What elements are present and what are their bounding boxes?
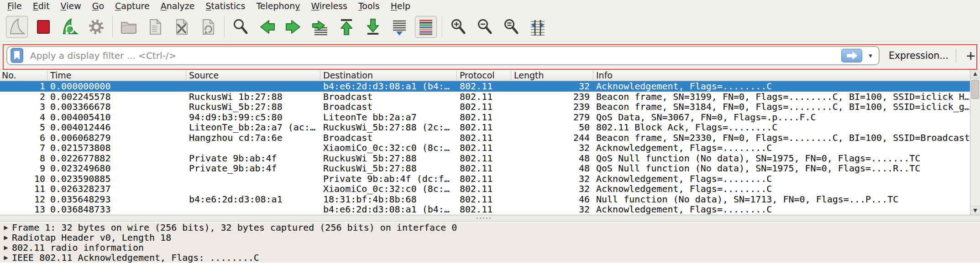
column-divider[interactable]: [47, 70, 47, 80]
display-filter-input[interactable]: Apply a display filter ... <Ctrl-/> ▾: [6, 46, 880, 65]
column-header-no[interactable]: No.: [2, 70, 44, 81]
cell-info: Beacon frame, SN=3199, FN=0, Flags=.....…: [596, 92, 969, 102]
cell-info: Acknowledgement, Flags=........C: [596, 184, 969, 194]
packet-row-7[interactable]: 70.021573808XiaomiCo_0c:32:c0 (8c:…802.1…: [0, 143, 970, 153]
packet-row-1[interactable]: 10.000000000b4:e6:2d:d3:08:a1 (b4:…802.1…: [0, 81, 970, 92]
next-packet-button[interactable]: [283, 16, 304, 38]
cell-protocol: 802.11: [460, 133, 510, 143]
cell-destination: b4:e6:2d:d3:08:a1 (b4:…: [323, 81, 456, 92]
cell-destination: XiaomiCo_0c:32:c0 (8c:…: [323, 184, 456, 194]
menu-statistics[interactable]: Statistics: [200, 0, 251, 12]
collapsed-triangle-icon[interactable]: ▶: [0, 244, 12, 251]
menu-go[interactable]: Go: [87, 0, 110, 12]
auto-scroll-button[interactable]: [388, 16, 410, 38]
zoom-in-button[interactable]: [447, 16, 469, 38]
find-packet-button[interactable]: [230, 16, 252, 38]
cell-protocol: 802.11: [460, 122, 510, 133]
zoom-out-button[interactable]: [474, 16, 496, 38]
vertical-scrollbar[interactable]: ▲ ▼: [970, 69, 980, 215]
previous-packet-button[interactable]: [256, 16, 278, 38]
resize-columns-icon: [529, 18, 547, 36]
cell-length: 32: [511, 204, 590, 215]
packet-row-6[interactable]: 60.006068279Hangzhou_cd:7a:6eBroadcast80…: [0, 133, 970, 143]
bookmark-icon: [10, 48, 23, 63]
add-filter-button[interactable]: +: [964, 48, 978, 62]
restart-capture-button[interactable]: [59, 16, 81, 38]
cell-source: Private_9b:ab:4f: [189, 153, 319, 164]
column-divider[interactable]: [511, 70, 511, 80]
packet-row-10[interactable]: 100.023590885Private_9b:ab:4f (dc:f…802.…: [0, 174, 970, 184]
cell-time: 0.004012446: [50, 122, 185, 133]
packet-row-13[interactable]: 130.036848733b4:e6:2d:d3:08:a1 (b4:…802.…: [0, 204, 970, 215]
colorize-packets-button[interactable]: [415, 16, 437, 38]
menu-capture[interactable]: Capture: [110, 0, 155, 12]
cell-length: 32: [511, 143, 590, 153]
zoom-reset-button[interactable]: [500, 16, 522, 38]
menu-wireless[interactable]: Wireless: [305, 0, 353, 12]
cell-protocol: 802.11: [460, 163, 510, 174]
last-packet-button[interactable]: [362, 16, 384, 38]
column-divider[interactable]: [320, 70, 320, 80]
packet-row-3[interactable]: 30.003366678RuckusWi_5b:27:88Broadcast80…: [0, 102, 970, 112]
collapsed-triangle-icon[interactable]: ▶: [0, 234, 12, 241]
filter-history-caret[interactable]: ▾: [864, 52, 877, 60]
detail-row-3[interactable]: ▶IEEE 802.11 Acknowledgement, Flags: ...…: [0, 253, 980, 263]
menu-file[interactable]: File: [2, 0, 27, 12]
cell-time: 0.026328237: [50, 184, 185, 194]
scroll-down-arrow-icon[interactable]: ▼: [970, 206, 980, 215]
go-to-packet-button[interactable]: [309, 16, 331, 38]
bookmark-icon[interactable]: [10, 48, 23, 63]
scroll-up-arrow-icon[interactable]: ▲: [970, 69, 980, 78]
first-packet-button[interactable]: [335, 16, 357, 38]
detail-row-2[interactable]: ▶802.11 radio information: [0, 243, 980, 253]
colorize-icon: [417, 18, 435, 36]
packet-row-5[interactable]: 50.004012446LiteonTe_bb:2a:a7 (ac:…Rucku…: [0, 122, 970, 133]
cell-length: 46: [511, 194, 590, 205]
scrollbar-grip-dots[interactable]: [477, 217, 491, 219]
cell-protocol: 802.11: [460, 92, 510, 102]
apply-filter-button[interactable]: [841, 49, 862, 62]
main-toolbar: [0, 12, 980, 41]
horizontal-scrollbar[interactable]: [0, 215, 980, 222]
packet-row-12[interactable]: 120.035648293b4:e6:2d:d3:08:a118:31:bf:4…: [0, 194, 970, 205]
packet-row-8[interactable]: 80.022677882Private_9b:ab:4fRuckusWi_5b:…: [0, 153, 970, 164]
column-header-time[interactable]: Time: [50, 70, 184, 81]
cell-no: 1: [0, 81, 45, 92]
packet-row-11[interactable]: 110.026328237XiaomiCo_0c:32:c0 (8c:…802.…: [0, 184, 970, 194]
expression-button[interactable]: Expression...: [889, 50, 949, 61]
cell-length: 32: [511, 81, 590, 92]
cell-time: 0.023590885: [50, 174, 185, 184]
start-capture-button: [6, 16, 28, 38]
packet-row-9[interactable]: 90.023249680Private_9b:ab:4fRuckusWi_5b:…: [0, 163, 970, 174]
filter-toolbar: Apply a display filter ... <Ctrl-/> ▾ Ex…: [0, 41, 980, 69]
column-header-source[interactable]: Source: [189, 70, 319, 81]
detail-text: IEEE 802.11 Acknowledgement, Flags: ....…: [12, 252, 259, 263]
collapsed-triangle-icon[interactable]: ▶: [0, 224, 12, 231]
column-header-info[interactable]: Info: [596, 70, 969, 81]
collapsed-triangle-icon[interactable]: ▶: [0, 254, 12, 261]
gear-icon: [87, 18, 105, 36]
column-divider[interactable]: [593, 70, 593, 80]
column-divider[interactable]: [186, 70, 186, 80]
detail-row-1[interactable]: ▶Radiotap Header v0, Length 18: [0, 233, 980, 243]
menu-analyze[interactable]: Analyze: [155, 0, 200, 12]
packet-row-4[interactable]: 40.00400541094:d9:b3:99:c5:80LiteonTe_bb…: [0, 112, 970, 123]
cell-info: QoS Null function (No data), SN=1975, FN…: [596, 163, 969, 174]
column-header-destination[interactable]: Destination: [323, 70, 455, 81]
column-divider[interactable]: [456, 70, 457, 80]
resize-columns-button[interactable]: [527, 16, 549, 38]
column-header-protocol[interactable]: Protocol: [460, 70, 509, 81]
detail-row-0[interactable]: ▶Frame 1: 32 bytes on wire (256 bits), 3…: [0, 222, 980, 233]
column-header-length[interactable]: Length: [514, 70, 588, 81]
cell-time: 0.003366678: [50, 102, 185, 112]
menu-help[interactable]: Help: [385, 0, 416, 12]
menu-telephony[interactable]: Telephony: [251, 0, 305, 12]
cell-length: 50: [511, 122, 590, 133]
menu-edit[interactable]: Edit: [27, 0, 55, 12]
packet-row-2[interactable]: 20.002245578RuckusWi_1b:27:88Broadcast80…: [0, 92, 970, 102]
capture-options-button[interactable]: [85, 16, 107, 38]
vertical-scrollbar-thumb[interactable]: [971, 80, 979, 99]
stop-capture-button[interactable]: [32, 16, 54, 38]
menu-view[interactable]: View: [55, 0, 87, 12]
menu-tools[interactable]: Tools: [353, 0, 385, 12]
